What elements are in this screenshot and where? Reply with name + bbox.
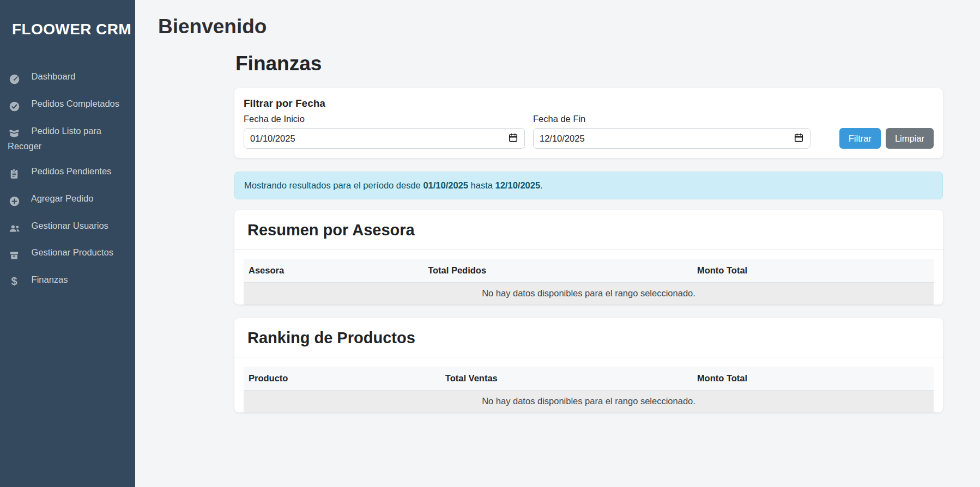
products-card-header: Ranking de Productos <box>234 318 943 357</box>
sidebar-item-pedidos-pendientes[interactable]: Pedidos Pendientes <box>0 159 135 186</box>
welcome-heading: Bienvenido <box>135 0 980 38</box>
start-date-field <box>244 128 525 149</box>
products-header-row: Producto Total Ventas Monto Total <box>244 367 934 391</box>
sidebar-item-label: Pedidos Pendientes <box>32 166 112 176</box>
start-date-group: Fecha de Inicio <box>244 114 525 149</box>
end-date-group: Fecha de Fin <box>533 114 810 149</box>
alert-text: . <box>540 180 543 190</box>
advisors-header-row: Asesora Total Pedidos Monto Total <box>244 259 934 283</box>
products-empty-message: No hay datos disponibles para el rango s… <box>244 391 934 412</box>
finanzas-page: Finanzas Filtrar por Fecha Fecha de Inic… <box>234 52 943 412</box>
clear-button[interactable]: Limpiar <box>886 128 934 149</box>
filter-buttons: Filtrar Limpiar <box>839 128 934 149</box>
page-title: Finanzas <box>235 52 943 75</box>
end-date-label: Fecha de Fin <box>533 114 810 124</box>
products-table-wrap: Producto Total Ventas Monto Total No hay… <box>244 367 934 412</box>
sidebar-item-gestionar-usuarios[interactable]: Gestionar Usuarios <box>0 214 135 241</box>
alert-text: hasta <box>468 180 495 190</box>
sidebar-item-label: Finanzas <box>32 275 68 284</box>
check-circle-icon <box>8 100 21 113</box>
sidebar-item-finanzas[interactable]: $ Finanzas <box>0 267 135 295</box>
sidebar-item-gestionar-productos[interactable]: Gestionar Productos <box>0 240 135 267</box>
sidebar-item-label: Dashboard <box>32 71 76 81</box>
start-date-label: Fecha de Inicio <box>244 114 525 124</box>
calendar-icon[interactable] <box>508 132 518 145</box>
advisors-col-asesora: Asesora <box>244 259 423 283</box>
tachometer-icon <box>8 72 21 86</box>
clipboard-icon <box>8 167 21 180</box>
advisors-col-total-pedidos: Total Pedidos <box>423 259 692 283</box>
main-content: Bienvenido Finanzas Filtrar por Fecha Fe… <box>135 0 980 487</box>
alert-start-date: 01/10/2025 <box>423 180 468 190</box>
box-open-icon <box>8 127 21 140</box>
advisors-table: Asesora Total Pedidos Monto Total No hay… <box>244 259 934 305</box>
sidebar-item-label: Pedidos Completados <box>32 99 119 108</box>
sidebar-item-pedidos-completados[interactable]: Pedidos Completados <box>0 92 135 119</box>
alert-text: Mostrando resultados para el período des… <box>244 180 423 190</box>
dollar-icon: $ <box>8 273 21 289</box>
sidebar-item-label: Pedido Listo para Recoger <box>8 126 101 151</box>
products-col-producto: Producto <box>244 367 440 391</box>
sidebar-item-logout[interactable]: Cerrar Sesión <box>0 478 135 487</box>
divider <box>234 249 943 249</box>
advisors-summary-card: Resumen por Asesora Asesora Total Pedido… <box>234 210 943 305</box>
sidebar: FLOOWER CRM Dashboard Pedidos Completado… <box>0 0 135 487</box>
sidebar-nav: Dashboard Pedidos Completados Pedido Lis… <box>0 64 135 295</box>
sidebar-item-label: Gestionar Productos <box>32 247 113 257</box>
sidebar-item-pedido-listo[interactable]: Pedido Listo para Recoger <box>0 119 135 159</box>
advisors-table-wrap: Asesora Total Pedidos Monto Total No hay… <box>244 259 934 305</box>
filter-button[interactable]: Filtrar <box>839 128 881 149</box>
table-row: No hay datos disponibles para el rango s… <box>244 391 934 412</box>
advisors-card-header: Resumen por Asesora <box>234 210 943 249</box>
start-date-input[interactable] <box>250 133 508 144</box>
advisors-empty-message: No hay datos disponibles para el rango s… <box>244 283 934 305</box>
sidebar-item-agregar-pedido[interactable]: Agregar Pedido <box>0 186 135 214</box>
divider <box>234 357 943 357</box>
alert-end-date: 12/10/2025 <box>495 180 541 190</box>
filter-controls-row: Fecha de Inicio Fecha de Fin Filtrar L <box>244 114 934 149</box>
results-info-alert: Mostrando resultados para el período des… <box>234 172 943 199</box>
products-ranking-card: Ranking de Productos Producto Total Vent… <box>234 318 943 412</box>
products-card-title: Ranking de Productos <box>247 329 930 347</box>
calendar-icon[interactable] <box>794 132 804 145</box>
table-row: No hay datos disponibles para el rango s… <box>244 283 934 305</box>
filter-card-title: Filtrar por Fecha <box>244 98 934 109</box>
archive-box-icon <box>8 248 21 261</box>
end-date-input[interactable] <box>540 133 794 144</box>
app-title: FLOOWER CRM <box>0 0 135 38</box>
advisors-card-title: Resumen por Asesora <box>247 221 930 239</box>
end-date-field <box>533 128 810 149</box>
plus-circle-icon <box>8 194 21 208</box>
advisors-col-monto-total: Monto Total <box>692 259 934 283</box>
products-col-total-ventas: Total Ventas <box>440 367 692 391</box>
products-col-monto-total: Monto Total <box>692 367 934 391</box>
sidebar-item-label: Agregar Pedido <box>31 193 94 203</box>
products-table: Producto Total Ventas Monto Total No hay… <box>244 367 934 412</box>
sidebar-item-label: Gestionar Usuarios <box>32 221 108 230</box>
date-filter-card: Filtrar por Fecha Fecha de Inicio Fecha … <box>234 88 943 158</box>
users-icon <box>8 222 21 235</box>
sidebar-item-dashboard[interactable]: Dashboard <box>0 64 135 92</box>
